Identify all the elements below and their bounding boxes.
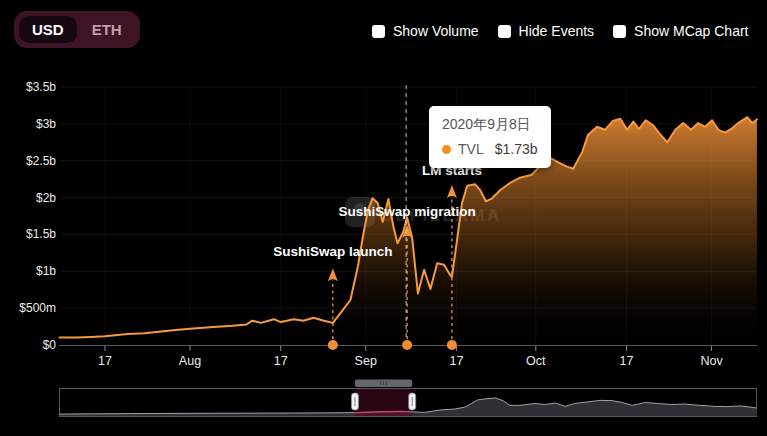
- svg-text:$0: $0: [43, 338, 57, 352]
- svg-text:17: 17: [449, 354, 463, 368]
- tooltip-series-name: TVL: [458, 141, 484, 157]
- hide-events-label: Hide Events: [519, 23, 594, 39]
- currency-eth-button[interactable]: ETH: [79, 16, 135, 43]
- tooltip-series-value: $1.73b: [495, 141, 538, 157]
- tvl-dashboard: DEFILLAMA$0$500m$1b$1.5b$2b$2.5b$3b$3.5b…: [0, 0, 767, 436]
- chart-tooltip: 2020年9月8日 TVL $1.73b: [429, 106, 551, 168]
- show-mcap-control[interactable]: Show MCap Chart: [613, 23, 748, 39]
- svg-text:$2b: $2b: [36, 191, 56, 205]
- svg-text:$1b: $1b: [36, 264, 56, 278]
- svg-text:Nov: Nov: [700, 354, 723, 368]
- event-arrow-icon: [328, 268, 338, 281]
- chart-controls: Show Volume Hide Events Show MCap Chart: [372, 23, 748, 39]
- svg-text:Sep: Sep: [355, 354, 377, 368]
- show-mcap-label: Show MCap Chart: [634, 23, 748, 39]
- tvl-area-chart[interactable]: DEFILLAMA$0$500m$1b$1.5b$2b$2.5b$3b$3.5b…: [0, 0, 767, 436]
- hide-events-checkbox[interactable]: [498, 25, 511, 38]
- hide-events-control[interactable]: Hide Events: [498, 23, 594, 39]
- navigator[interactable]: [59, 380, 757, 417]
- svg-text:Oct: Oct: [526, 354, 546, 368]
- svg-text:17: 17: [620, 354, 634, 368]
- show-volume-checkbox[interactable]: [372, 25, 385, 38]
- svg-text:$3.5b: $3.5b: [26, 80, 56, 94]
- svg-text:$3b: $3b: [36, 117, 56, 131]
- event-dot: [447, 340, 457, 350]
- currency-toggle[interactable]: USD ETH: [14, 11, 140, 48]
- x-axis-labels: 17Aug17Sep17Oct17Nov: [98, 354, 723, 368]
- event-arrow-icon: [447, 185, 457, 198]
- svg-text:$1.5b: $1.5b: [26, 227, 56, 241]
- svg-text:$500m: $500m: [19, 301, 56, 315]
- tooltip-series-dot-icon: [442, 145, 451, 154]
- navigator-handle-left[interactable]: [351, 393, 358, 410]
- show-volume-control[interactable]: Show Volume: [372, 23, 479, 39]
- currency-usd-button[interactable]: USD: [19, 16, 77, 43]
- svg-text:Aug: Aug: [179, 354, 201, 368]
- svg-text:$2.5b: $2.5b: [26, 154, 56, 168]
- show-volume-label: Show Volume: [393, 23, 479, 39]
- svg-text:17: 17: [274, 354, 288, 368]
- svg-text:SushiSwap launch: SushiSwap launch: [273, 244, 392, 259]
- y-axis-labels: $0$500m$1b$1.5b$2b$2.5b$3b$3.5b: [19, 80, 56, 352]
- event-labels: SushiSwap launchSushiSwap migrationLM st…: [273, 163, 482, 259]
- event-dot: [328, 340, 338, 350]
- event-dot: [402, 340, 412, 350]
- show-mcap-checkbox[interactable]: [613, 25, 626, 38]
- svg-text:17: 17: [98, 354, 112, 368]
- svg-text:SushiSwap migration: SushiSwap migration: [338, 204, 475, 219]
- tooltip-date: 2020年9月8日: [442, 116, 538, 134]
- navigator-handle-right[interactable]: [409, 393, 416, 410]
